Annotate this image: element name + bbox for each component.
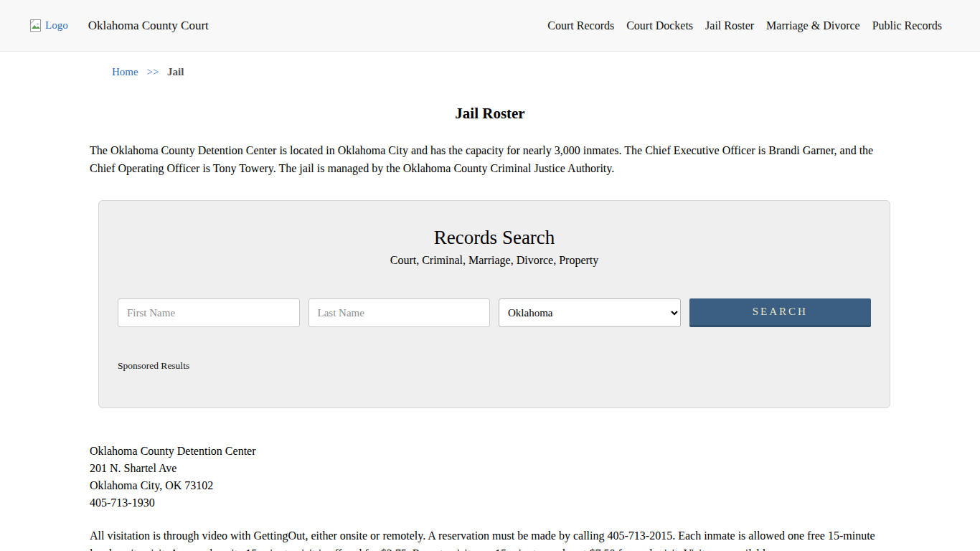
page-title: Jail Roster bbox=[90, 105, 890, 123]
broken-image-icon bbox=[29, 19, 43, 33]
main-nav: Court Records Court Dockets Jail Roster … bbox=[547, 19, 942, 32]
state-select[interactable]: Oklahoma bbox=[499, 298, 681, 327]
site-title: Oklahoma County Court bbox=[88, 19, 209, 33]
breadcrumb-home-link[interactable]: Home bbox=[112, 66, 138, 77]
breadcrumb: Home >> Jail bbox=[112, 66, 890, 78]
visitation-paragraph: All visitation is through video with Get… bbox=[90, 527, 890, 551]
nav-item-marriage-divorce[interactable]: Marriage & Divorce bbox=[766, 19, 860, 32]
nav-item-jail-roster[interactable]: Jail Roster bbox=[705, 19, 754, 32]
sponsored-results-label: Sponsored Results bbox=[118, 360, 871, 372]
phone-number: 405-713-1930 bbox=[90, 494, 890, 512]
main-content: Home >> Jail Jail Roster The Oklahoma Co… bbox=[90, 66, 890, 551]
records-search-title: Records Search bbox=[118, 227, 871, 249]
detention-center-name: Oklahoma County Detention Center bbox=[90, 443, 890, 460]
header: Logo Oklahoma County Court Court Records… bbox=[0, 0, 980, 52]
nav-item-court-records[interactable]: Court Records bbox=[547, 19, 614, 32]
breadcrumb-current: Jail bbox=[167, 66, 184, 77]
address-line-1: 201 N. Shartel Ave bbox=[90, 460, 890, 477]
records-search-subtitle: Court, Criminal, Marriage, Divorce, Prop… bbox=[118, 254, 871, 267]
breadcrumb-separator: >> bbox=[146, 66, 159, 77]
first-name-input[interactable] bbox=[118, 298, 300, 327]
first-name-field-wrap bbox=[118, 298, 300, 327]
nav-item-public-records[interactable]: Public Records bbox=[872, 19, 942, 32]
state-select-wrap: Oklahoma bbox=[499, 298, 681, 327]
address-line-2: Oklahoma City, OK 73102 bbox=[90, 477, 890, 494]
detention-center-address-block: Oklahoma County Detention Center 201 N. … bbox=[90, 443, 890, 512]
search-button[interactable]: SEARCH bbox=[689, 298, 872, 327]
search-button-wrap: SEARCH bbox=[689, 298, 872, 327]
search-fields-row: Oklahoma SEARCH bbox=[118, 298, 871, 327]
records-search-panel: Records Search Court, Criminal, Marriage… bbox=[98, 200, 890, 408]
last-name-field-wrap bbox=[308, 298, 491, 327]
intro-paragraph: The Oklahoma County Detention Center is … bbox=[90, 142, 890, 177]
last-name-input[interactable] bbox=[308, 298, 491, 327]
nav-item-court-dockets[interactable]: Court Dockets bbox=[626, 19, 693, 32]
logo-alt-text: Logo bbox=[45, 19, 68, 32]
logo-link[interactable]: Logo bbox=[29, 19, 68, 33]
